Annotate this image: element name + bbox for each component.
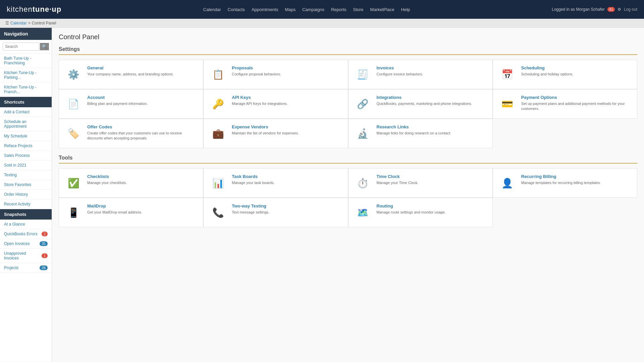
tools-cards-grid: ✅ Checklists Manage your checklists. 📊 T… (59, 168, 637, 227)
scheduling-desc: Scheduling and holiday options. (521, 72, 573, 77)
sidebar-item-projects[interactable]: Projects 28 (0, 263, 52, 273)
sidebar-item-bath[interactable]: Bath Tune-Up - Franchising (0, 54, 52, 68)
api-keys-title[interactable]: API Keys (232, 95, 287, 100)
maildrop-title[interactable]: MailDrop (87, 203, 142, 208)
invoices-icon: 🧾 (354, 65, 372, 83)
settings-icon[interactable]: ⚙ (618, 7, 621, 12)
card-recurring-billing[interactable]: 👤 Recurring Billing Manage templates for… (493, 168, 637, 198)
sidebar-item-my-schedule[interactable]: My Schedule (0, 131, 52, 141)
sidebar-item-add-contact[interactable]: Add a Contact (0, 107, 52, 117)
payment-options-icon: 💳 (498, 95, 517, 113)
task-boards-title[interactable]: Task Boards (232, 174, 274, 179)
sidebar-item-sold-in-2021[interactable]: Sold in 2021 (0, 161, 52, 170)
nav-store[interactable]: Store (353, 7, 364, 12)
card-payment-options[interactable]: 💳 Payment Options Set up payment plans a… (493, 89, 637, 119)
breadcrumb-separator: > (28, 21, 31, 25)
sidebar-item-store-favorites[interactable]: Store Favorites (0, 180, 52, 190)
breadcrumb: ☰ Calendar > Control Panel (0, 19, 644, 28)
general-desc: Your company name, address, and branding… (87, 72, 174, 77)
research-links-icon: 🔬 (354, 124, 372, 142)
account-title[interactable]: Account (87, 95, 148, 100)
nav-help[interactable]: Help (401, 7, 410, 12)
offer-codes-title[interactable]: Offer Codes (87, 124, 198, 129)
nav-campaigns[interactable]: Campaigns (302, 7, 324, 12)
sidebar-item-order-history[interactable]: Order History (0, 190, 52, 199)
card-two-way-texting[interactable]: 📞 Two-way Texting Text message settings. (203, 198, 348, 227)
sidebar-item-quickbooks-errors[interactable]: QuickBooks Errors 2 (0, 229, 52, 239)
sidebar-item-reface-projects[interactable]: Reface Projects (0, 141, 52, 151)
logo[interactable]: kitchentune·up (7, 5, 61, 14)
offer-codes-icon: 🏷️ (64, 124, 83, 142)
expense-vendors-icon: 💼 (209, 124, 227, 142)
invoices-card-content: Invoices Configure invoice behaviors. (377, 65, 423, 77)
api-keys-icon: 🔑 (209, 95, 227, 113)
general-icon: ⚙️ (64, 65, 83, 83)
sidebar-item-recent-activity[interactable]: Recent Activity (0, 199, 52, 209)
nav-maps[interactable]: Maps (285, 7, 296, 12)
card-checklists[interactable]: ✅ Checklists Manage your checklists. (59, 168, 203, 198)
sidebar-item-sales-process[interactable]: Sales Process (0, 151, 52, 161)
card-time-clock[interactable]: ⏱️ Time Clock Manage your Time Clock. (348, 168, 493, 198)
search-button[interactable]: 🔍 (40, 43, 49, 50)
recurring-billing-icon: 👤 (498, 174, 517, 192)
user-logged-in-label: Logged in as Morgan Schafer (552, 7, 604, 12)
card-task-boards[interactable]: 📊 Task Boards Manage your task boards. (203, 168, 348, 198)
sidebar-item-ktu-franch[interactable]: Kitchen Tune-Up - Franch... (0, 82, 52, 97)
invoices-title[interactable]: Invoices (377, 65, 423, 70)
card-scheduling[interactable]: 📅 Scheduling Scheduling and holiday opti… (493, 60, 637, 89)
nav-marketplace[interactable]: MarketPlace (370, 7, 394, 12)
menu-icon[interactable]: ☰ (5, 21, 9, 25)
checklists-title[interactable]: Checklists (87, 174, 127, 179)
sidebar-item-schedule-appointment[interactable]: Schedule an Appointment (0, 117, 52, 131)
card-account[interactable]: 📄 Account Billing plan and payment infor… (59, 89, 203, 119)
nav-calendar[interactable]: Calendar (203, 7, 221, 12)
general-card-content: General Your company name, address, and … (87, 65, 174, 77)
card-offer-codes[interactable]: 🏷️ Offer Codes Create offer codes that y… (59, 119, 203, 148)
proposals-desc: Configure proposal behaviors. (232, 72, 281, 77)
expense-vendors-title[interactable]: Expense Vendors (232, 124, 299, 129)
account-icon: 📄 (64, 95, 83, 113)
offer-codes-desc: Create offer codes that your customers c… (87, 131, 198, 141)
nav-appointments[interactable]: Appointments (252, 7, 278, 12)
user-info: Logged in as Morgan Schafer 41 ⚙ Log out (552, 7, 637, 12)
proposals-title[interactable]: Proposals (232, 65, 281, 70)
card-invoices[interactable]: 🧾 Invoices Configure invoice behaviors. (348, 60, 493, 89)
two-way-texting-title[interactable]: Two-way Texting (232, 203, 269, 208)
card-general[interactable]: ⚙️ General Your company name, address, a… (59, 60, 203, 89)
sidebar-item-unapproved-invoices[interactable]: Unapproved Invoices 1 (0, 249, 52, 263)
card-expense-vendors[interactable]: 💼 Expense Vendors Maintain the list of v… (203, 119, 348, 148)
time-clock-title[interactable]: Time Clock (377, 174, 419, 179)
nav-reports[interactable]: Reports (331, 7, 346, 12)
settings-section: Settings ⚙️ General Your company name, a… (59, 46, 637, 148)
two-way-texting-card-content: Two-way Texting Text message settings. (232, 203, 269, 215)
nav-contacts[interactable]: Contacts (228, 7, 245, 12)
sidebar-item-texting[interactable]: Texting (0, 170, 52, 180)
integrations-desc: QuickBooks, payments, marketing and phon… (377, 101, 472, 106)
card-routing[interactable]: 🗺️ Routing Manage route settings and mon… (348, 198, 493, 227)
account-desc: Billing plan and payment information. (87, 101, 148, 106)
card-api-keys[interactable]: 🔑 API Keys Manage API Keys for integrati… (203, 89, 348, 119)
card-integrations[interactable]: 🔗 Integrations QuickBooks, payments, mar… (348, 89, 493, 119)
general-title[interactable]: General (87, 65, 174, 70)
quickbooks-count-badge: 2 (42, 232, 48, 236)
research-links-title[interactable]: Research Links (377, 124, 451, 129)
scheduling-title[interactable]: Scheduling (521, 65, 573, 70)
search-input[interactable] (3, 43, 39, 51)
card-proposals[interactable]: 📋 Proposals Configure proposal behaviors… (203, 60, 348, 89)
expense-vendors-desc: Maintain the list of vendors for expense… (232, 131, 299, 136)
routing-card-content: Routing Manage route settings and monito… (377, 203, 446, 215)
sidebar-item-ktu-parking[interactable]: Kitchen Tune-Up - Parking... (0, 68, 52, 82)
integrations-title[interactable]: Integrations (377, 95, 472, 100)
notification-badge[interactable]: 41 (607, 7, 615, 12)
card-research-links[interactable]: 🔬 Research Links Manage links for doing … (348, 119, 493, 148)
routing-title[interactable]: Routing (377, 203, 446, 208)
routing-icon: 🗺️ (354, 203, 372, 222)
sidebar-item-at-a-glance[interactable]: At a Glance (0, 220, 52, 229)
breadcrumb-home[interactable]: Calendar (10, 21, 27, 25)
recurring-billing-title[interactable]: Recurring Billing (521, 174, 601, 179)
logout-link[interactable]: Log out (624, 7, 637, 12)
proposals-icon: 📋 (209, 65, 227, 83)
sidebar-item-open-invoices[interactable]: Open Invoices 35 (0, 239, 52, 249)
payment-options-title[interactable]: Payment Options (521, 95, 632, 100)
card-maildrop[interactable]: 📱 MailDrop Get your MailDrop email addre… (59, 198, 203, 227)
